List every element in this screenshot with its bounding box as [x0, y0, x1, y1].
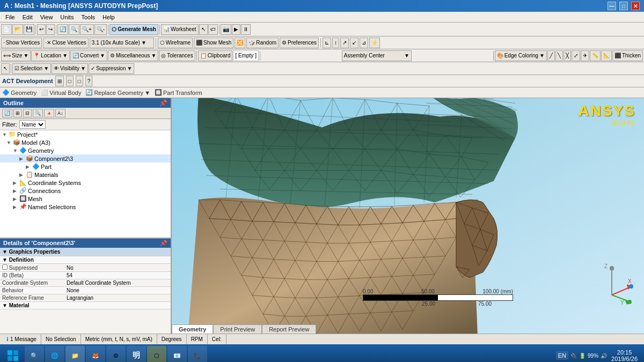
- angle-btn4[interactable]: ↙: [350, 38, 358, 48]
- angle-btn5[interactable]: ⊿: [360, 38, 368, 48]
- details-scroll[interactable]: ▼ Graphics Properties ▼ Definition: [0, 248, 171, 336]
- tab-geometry[interactable]: Geometry: [172, 324, 213, 334]
- taskbar-zoom[interactable]: 📞: [188, 346, 207, 362]
- open-btn[interactable]: 📂: [12, 24, 23, 35]
- ol-filter-btn[interactable]: 🔺: [44, 109, 54, 117]
- path-btn4[interactable]: ⤢: [572, 50, 580, 61]
- taskbar-explorer[interactable]: 📁: [65, 346, 85, 362]
- taskbar-ansys[interactable]: ⬡: [147, 346, 166, 362]
- show-mesh-btn[interactable]: ⬛ Show Mesh: [194, 38, 233, 48]
- suppression-btn[interactable]: ✓ Suppression▼: [89, 63, 135, 74]
- tree-part[interactable]: ▶ 🔷 Part: [0, 162, 171, 171]
- path-btn3[interactable]: ╳: [564, 50, 571, 61]
- tree-connections[interactable]: ▶ 🔗 Connections: [0, 187, 171, 195]
- zoom-btn[interactable]: 🔍: [69, 24, 79, 35]
- replace-geom-item[interactable]: 🔄 Replace Geometry▼: [85, 89, 150, 96]
- tree-coord[interactable]: ▶ 📐 Coordinate Systems: [0, 179, 171, 187]
- tree-component[interactable]: ▶ 📦 Component2\3: [0, 154, 171, 162]
- minimize-button[interactable]: —: [608, 2, 616, 10]
- window-controls[interactable]: — □ ✕: [608, 2, 640, 10]
- ol-expand-btn[interactable]: ⊞: [13, 109, 22, 117]
- location-btn[interactable]: 📍 Location▼: [31, 50, 70, 61]
- viewport[interactable]: ANSYS 2019 R1 0.00 50.00 100.00 (mm) 25.…: [172, 98, 644, 334]
- tree-materials[interactable]: ▶ 📋 Materials: [0, 171, 171, 179]
- act-add-btn[interactable]: ⊞: [55, 76, 64, 86]
- part-transform-item[interactable]: 🔲 Part Transform: [155, 89, 202, 96]
- show-vertices-btn[interactable]: · Show Vertices: [1, 38, 42, 48]
- geom-geometry-item[interactable]: 🔷 Geometry: [2, 89, 36, 96]
- tab-report-preview[interactable]: Report Preview: [262, 324, 316, 334]
- path-btn5[interactable]: ✈: [581, 50, 589, 61]
- new-btn[interactable]: 📄: [1, 24, 12, 35]
- convert-btn[interactable]: 🔄 Convert▼: [70, 50, 107, 61]
- menu-help[interactable]: Help: [99, 13, 118, 21]
- taskbar-settings[interactable]: ⚙: [106, 346, 126, 362]
- act-box2-btn[interactable]: □: [76, 76, 83, 86]
- ol-refresh-btn[interactable]: 🔄: [2, 109, 12, 117]
- act-box1-btn[interactable]: □: [66, 76, 74, 86]
- ol-search-btn[interactable]: 🔍: [33, 109, 43, 117]
- close-button[interactable]: ✕: [631, 2, 640, 10]
- cursor-btn[interactable]: ↖: [199, 24, 208, 35]
- random-btn[interactable]: 🎲 Random: [246, 38, 279, 48]
- taskbar-search[interactable]: 🔍: [25, 346, 44, 362]
- worksheet-btn[interactable]: 📊 Worksheet: [161, 24, 199, 35]
- zoom-out-btn[interactable]: 🔍-: [94, 24, 107, 35]
- tag-btn[interactable]: 🏷: [208, 24, 218, 35]
- menu-file[interactable]: File: [2, 13, 18, 21]
- taskbar-app1[interactable]: 📧: [167, 346, 187, 362]
- assembly-center-dropdown[interactable]: Assembly Center ▼: [342, 50, 412, 61]
- menu-tools[interactable]: Tools: [78, 13, 98, 21]
- tab-print-preview[interactable]: Print Preview: [213, 324, 262, 334]
- maximize-button[interactable]: □: [619, 2, 628, 10]
- edge-coloring-btn[interactable]: 🎨 Edge Coloring▼: [495, 50, 547, 61]
- angle-btn2[interactable]: ↕: [332, 38, 339, 48]
- save-btn[interactable]: 💾: [24, 24, 34, 35]
- visibility-btn[interactable]: 👁 Visibility▼: [52, 63, 88, 74]
- undo-btn[interactable]: ↩: [37, 24, 46, 35]
- extra1-btn[interactable]: 🔀: [235, 38, 245, 48]
- path-btn2[interactable]: ╲: [555, 50, 563, 61]
- menu-view[interactable]: View: [37, 13, 56, 21]
- thicken-btn[interactable]: ⬛ Thicken: [612, 50, 643, 61]
- taskbar-ming[interactable]: 明: [127, 346, 146, 362]
- filter-select[interactable]: Name: [19, 120, 46, 129]
- taskbar-firefox[interactable]: 🦊: [86, 346, 105, 362]
- refresh-btn[interactable]: 🔄: [57, 24, 68, 35]
- preferences-btn[interactable]: ⚙ Preferences: [280, 38, 319, 48]
- wireframe-btn[interactable]: ⬡ Wireframe: [158, 38, 193, 48]
- angle-btn3[interactable]: ↗: [340, 38, 349, 48]
- ruler-btn[interactable]: 📏: [590, 50, 601, 61]
- start-button[interactable]: [2, 345, 24, 362]
- icon-r3[interactable]: ⏸: [241, 24, 251, 35]
- size-btn[interactable]: ⟺ Size▼: [1, 50, 31, 61]
- ol-collapse-btn[interactable]: ⊟: [23, 109, 32, 117]
- cursor-mode-btn[interactable]: ↖: [1, 63, 10, 74]
- redo-btn[interactable]: ↪: [46, 24, 55, 35]
- tree-mesh[interactable]: ▶ 🔲 Mesh: [0, 195, 171, 203]
- tree-named-sel[interactable]: ▶ 📌 Named Selections: [0, 203, 171, 211]
- tree-project[interactable]: ▼ 📁 Project*: [0, 130, 171, 138]
- menu-units[interactable]: Units: [57, 13, 77, 21]
- icon-r1[interactable]: 📷: [221, 24, 231, 35]
- selection-btn[interactable]: ☑ Selection▼: [12, 63, 51, 74]
- extra-icon1[interactable]: ⚡: [369, 38, 380, 48]
- act-help-btn[interactable]: ?: [85, 76, 93, 86]
- tree-geometry[interactable]: ▼ 🔷 Geometry: [0, 146, 171, 154]
- tree-model[interactable]: ▼ 📦 Model (A3): [0, 138, 171, 146]
- misc-btn[interactable]: ⚙ Miscellaneous▼: [108, 50, 158, 61]
- suppressed-checkbox[interactable]: [2, 264, 8, 270]
- scale-selector[interactable]: 3.1 (10x Auto Scale) ▼: [90, 38, 154, 48]
- ol-sort-btn[interactable]: A↓: [55, 109, 65, 117]
- taskbar-ie[interactable]: 🌐: [45, 346, 64, 362]
- clipboard-btn[interactable]: 📋 Clipboard: [198, 50, 233, 61]
- angle-btn1[interactable]: ⊾: [323, 38, 331, 48]
- generate-mesh-btn[interactable]: ⬡ Generate Mesh: [109, 24, 158, 35]
- tolerances-btn[interactable]: ◎ Tolerances: [159, 50, 195, 61]
- virtual-body-item[interactable]: ⬜ Virtual Body: [41, 89, 81, 96]
- ruler2-btn[interactable]: 📐: [601, 50, 612, 61]
- close-vertices-btn[interactable]: ·✕ Close Vertices: [43, 38, 89, 48]
- menu-edit[interactable]: Edit: [19, 13, 36, 21]
- zoom-in-btn[interactable]: 🔍+: [80, 24, 94, 35]
- icon-r2[interactable]: ▶: [232, 24, 240, 35]
